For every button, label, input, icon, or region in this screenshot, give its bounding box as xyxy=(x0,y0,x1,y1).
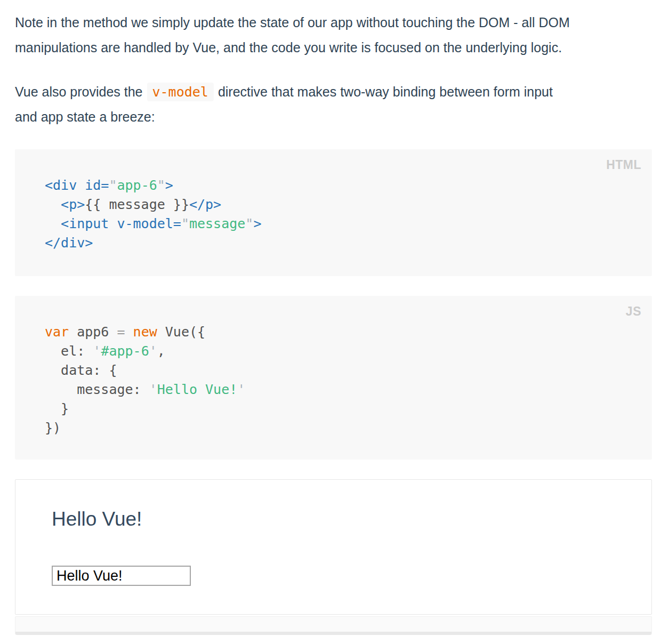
paragraph-vmodel-before: Vue also provides the xyxy=(15,84,143,99)
next-block-partial xyxy=(15,616,652,635)
code-js-source: var app6 = new Vue({ el: '#app-6', data:… xyxy=(45,323,636,438)
lang-label-html: HTML xyxy=(606,158,641,172)
docs-content: Note in the method we simply update the … xyxy=(0,0,661,635)
paragraph-vmodel-intro: Vue also provides thev-modeldirective th… xyxy=(15,79,652,130)
live-demo-panel: Hello Vue! xyxy=(15,479,652,615)
paragraph-dom-note: Note in the method we simply update the … xyxy=(15,10,652,60)
code-block-html: HTML <div id="app-6"> <p>{{ message }}</… xyxy=(15,149,652,276)
inline-code-v-model: v-model xyxy=(147,83,214,101)
lang-label-js: JS xyxy=(626,304,641,319)
code-block-js: JS var app6 = new Vue({ el: '#app-6', da… xyxy=(15,296,652,460)
demo-message-text: Hello Vue! xyxy=(52,505,615,533)
code-html-source: <div id="app-6"> <p>{{ message }}</p> <i… xyxy=(45,176,636,253)
demo-message-input[interactable] xyxy=(52,566,191,586)
